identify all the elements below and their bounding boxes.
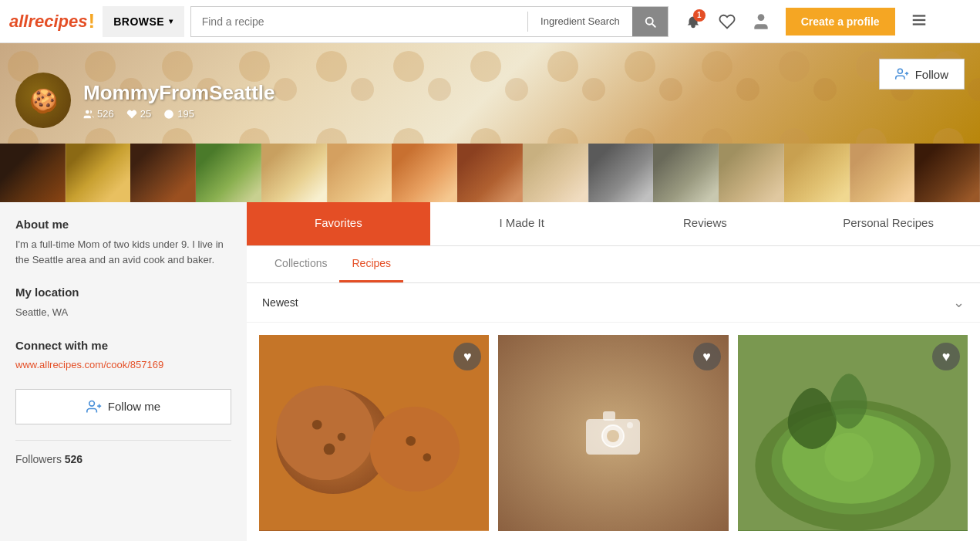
svg-point-4 <box>86 110 89 113</box>
heart-icon: ♥ <box>702 349 711 365</box>
browse-button[interactable]: BROWSE ▾ <box>103 6 184 37</box>
sort-label: Newest <box>262 296 298 309</box>
svg-rect-25 <box>603 411 615 421</box>
follow-label: Follow <box>915 68 948 81</box>
location-heading: My location <box>15 286 231 299</box>
logo[interactable]: allrecipes! <box>9 9 95 33</box>
user-icon <box>751 12 771 32</box>
search-bar: Ingredient Search <box>190 6 668 37</box>
browse-label: BROWSE <box>113 15 164 28</box>
photo-strip-item[interactable] <box>914 144 980 202</box>
heart-icon: ♥ <box>942 349 951 365</box>
sort-row: Newest ⌄ <box>247 283 980 323</box>
location-section: My location Seattle, WA <box>15 286 231 320</box>
recipe-card-image <box>259 335 489 531</box>
main-tabs: Favorites I Made It Reviews Personal Rec… <box>247 202 980 246</box>
follow-me-button[interactable]: Follow me <box>15 389 231 424</box>
connect-link[interactable]: www.allrecipes.com/cook/857169 <box>15 359 163 370</box>
svg-point-24 <box>607 430 619 442</box>
tab-favorites[interactable]: Favorites <box>247 202 430 245</box>
header-icons: 1 Create a profile <box>678 5 934 37</box>
create-profile-button[interactable]: Create a profile <box>786 8 895 36</box>
profile-username: MommyFromSeattle <box>83 81 275 105</box>
tab-i-made-it[interactable]: I Made It <box>430 202 614 245</box>
cookie-image <box>259 335 489 531</box>
search-icon <box>643 15 657 29</box>
followers-label: Followers <box>15 453 62 465</box>
main-content: About me I'm a full-time Mom of two kids… <box>0 202 980 541</box>
profile-banner: 🍪 MommyFromSeattle 526 25 195 Follow <box>0 43 980 144</box>
menu-button[interactable] <box>904 5 934 37</box>
recipe-card[interactable]: ♥ <box>259 335 489 531</box>
followers-stat: 526 <box>83 108 114 120</box>
connect-heading: Connect with me <box>15 339 231 352</box>
dip-image <box>738 335 968 531</box>
about-section: About me I'm a full-time Mom of two kids… <box>15 218 231 267</box>
followers-section: Followers 526 <box>15 440 231 465</box>
recipe-card-placeholder <box>498 335 728 531</box>
photo-strip-item[interactable] <box>850 144 915 202</box>
ingredient-search-label: Ingredient Search <box>541 15 620 27</box>
photo-strip-item[interactable] <box>66 144 131 202</box>
search-input[interactable] <box>191 7 527 36</box>
sidebar: About me I'm a full-time Mom of two kids… <box>0 202 247 541</box>
tab-personal-recipes[interactable]: Personal Recipes <box>796 202 980 245</box>
svg-point-9 <box>89 401 95 406</box>
notifications-button[interactable]: 1 <box>678 6 709 37</box>
recipe-grid: ♥ ♥ <box>247 323 980 541</box>
recipes-count: 195 <box>177 108 194 120</box>
recipe-card-image <box>738 335 968 531</box>
user-profile-button[interactable] <box>746 6 776 37</box>
tab-reviews[interactable]: Reviews <box>614 202 797 245</box>
recipe-card[interactable]: ♥ <box>738 335 968 531</box>
photo-strip-item[interactable] <box>0 144 66 202</box>
photo-strip-item[interactable] <box>130 144 196 202</box>
photo-strip-item[interactable] <box>327 144 392 202</box>
photo-strip-item[interactable] <box>588 144 654 202</box>
favorites-button[interactable] <box>712 6 743 37</box>
follow-me-label: Follow me <box>108 400 160 413</box>
notification-badge: 1 <box>693 9 706 22</box>
main-header: allrecipes! BROWSE ▾ Ingredient Search 1… <box>0 0 980 43</box>
avatar: 🍪 <box>15 73 71 128</box>
create-profile-label: Create a profile <box>801 15 880 28</box>
photo-strip-item[interactable] <box>261 144 327 202</box>
add-user-small-icon <box>86 399 102 414</box>
favorite-heart-button[interactable]: ♥ <box>693 343 721 370</box>
favorites-stat: 25 <box>126 108 151 120</box>
photo-strip-item[interactable] <box>196 144 261 202</box>
heart-stat-icon <box>126 109 137 120</box>
photo-strip-item[interactable] <box>457 144 523 202</box>
connect-section: Connect with me www.allrecipes.com/cook/… <box>15 339 231 370</box>
ingredient-search-button[interactable]: Ingredient Search <box>528 7 632 36</box>
chevron-down-icon: ▾ <box>169 17 173 25</box>
photo-strip-item[interactable] <box>653 144 719 202</box>
sub-tab-collections[interactable]: Collections <box>262 246 339 282</box>
photo-strip-item[interactable] <box>719 144 784 202</box>
svg-point-0 <box>757 14 764 21</box>
followers-total: 526 <box>65 453 83 465</box>
photo-strip-item[interactable] <box>392 144 457 202</box>
photo-strip-item[interactable] <box>784 144 850 202</box>
about-text: I'm a full-time Mom of two kids under 9.… <box>15 237 231 267</box>
follow-button[interactable]: Follow <box>879 59 965 90</box>
heart-icon <box>719 13 736 30</box>
photo-strip <box>0 144 980 202</box>
hamburger-icon <box>911 12 928 29</box>
followers-count: 526 <box>97 108 114 120</box>
sub-tabs: Collections Recipes <box>247 246 980 283</box>
svg-point-31 <box>824 433 873 482</box>
search-submit-button[interactable] <box>632 7 668 36</box>
svg-point-26 <box>627 422 633 428</box>
sort-chevron-icon[interactable]: ⌄ <box>953 294 965 311</box>
recipe-card[interactable]: ♥ <box>498 335 728 531</box>
photo-strip-item[interactable] <box>523 144 588 202</box>
profile-details: MommyFromSeattle 526 25 195 <box>83 81 275 120</box>
favorite-heart-button[interactable]: ♥ <box>932 343 960 370</box>
logo-text: allrecipes <box>9 13 88 30</box>
heart-icon: ♥ <box>463 349 472 365</box>
add-user-icon <box>895 67 909 81</box>
location-text: Seattle, WA <box>15 305 231 320</box>
svg-point-6 <box>897 69 902 73</box>
sub-tab-recipes[interactable]: Recipes <box>339 246 403 282</box>
